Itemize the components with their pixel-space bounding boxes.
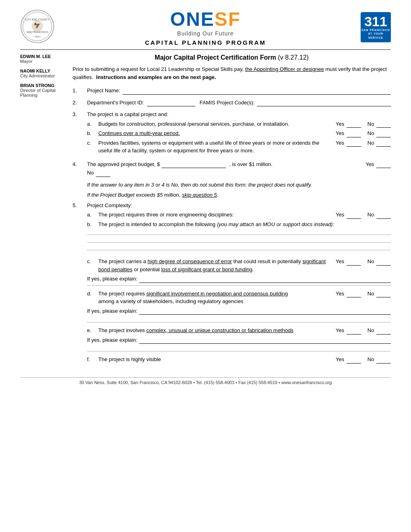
sf-seal: CITY AND COUNTY SAN FRANCISCO SEAL 🦅 • 1… [20,9,56,45]
q3c: c. Provides facilities, systems or equip… [87,139,391,155]
q2-famis-field[interactable] [257,101,391,106]
q5b-line1[interactable] [87,235,391,235]
q5c-yes-label: Yes [336,258,361,266]
q2-dept-field[interactable] [147,101,195,106]
q3c-no-blank[interactable] [376,146,391,147]
q5c-explain-field[interactable] [139,277,391,283]
q5-body: Project Complexity: a. The project requi… [87,202,391,365]
q5e-underline: complex, unusual or unique construction … [146,327,293,333]
sidebar-person2: NAOMI KELLY City Administrator [20,69,68,78]
q3b-yes-blank[interactable] [347,137,361,137]
q5a-letter: a. [87,211,98,219]
q5-label: Project Complexity: [87,202,391,210]
q4-no-blank[interactable] [96,177,110,177]
q5-number: 5. [73,202,87,208]
q2-famis-label: FAMIS Project Code(s): [199,99,255,107]
q5c-yn: Yes No [332,258,391,266]
q3b-letter: b. [87,129,98,137]
q3c-letter: c. [87,139,98,147]
q5e-yn: Yes No [332,326,391,335]
q5e-no-blank[interactable] [376,334,391,335]
q5c-no-blank[interactable] [376,265,391,266]
footer: 30 Van Ness, Suite 4100, San Francisco, … [20,377,391,385]
q5c-no-label: No [367,258,391,266]
q5f-no-label: No [367,355,391,364]
q5b-letter: b. [87,220,98,229]
q2-number: 2. [73,99,87,106]
q5c-underline3: loss of significant grant or bond fundin… [161,266,252,272]
q3a-no-blank[interactable] [376,127,391,128]
svg-text:• 1850 •: • 1850 • [33,35,41,38]
question-2: 2. Department's Project ID: FAMIS Projec… [73,99,391,107]
q2-dept: Department's Project ID: [87,99,195,107]
italic-note1: If the answer to any item in 3 or 4 is N… [87,181,391,189]
intro-bold: Instructions and examples are on the nex… [96,74,216,80]
q5f-text: The project is highly visible [98,355,332,364]
q3b-no-label: No [367,129,391,137]
q5d-yes-blank[interactable] [347,297,361,297]
q3b-text: Continues over a multi-year period. [98,129,332,137]
q5b-lines [87,235,391,250]
q5d-yes-label: Yes [336,290,361,298]
q5d-letter: d. [87,290,98,298]
q4-field[interactable] [162,168,226,168]
onesf-sub: Building Our Future [177,30,234,37]
form-title: Major Capital Project Certification Form… [73,54,391,61]
q4-label: The approved project budget, $ [87,160,160,168]
page: CITY AND COUNTY SAN FRANCISCO SEAL 🦅 • 1… [0,0,411,532]
q5e-no-label: No [367,326,391,335]
q4-number: 4. [73,160,87,167]
q5e-yes-label: Yes [336,326,361,335]
q4-yes: Yes [365,160,391,168]
q5c-explain: If yes, please explain: [87,275,391,283]
q5f: f. The project is highly visible Yes No [87,355,391,364]
q5d-explain-field[interactable] [139,309,391,315]
form-version: (v 8.27.12) [278,54,309,61]
q5f-no-blank[interactable] [376,363,391,364]
q3c-yes-blank[interactable] [347,146,361,147]
q4-no: No [87,170,110,176]
question-5: 5. Project Complexity: a. The project re… [73,202,391,365]
q3a-yes-blank[interactable] [347,127,361,128]
program-title: CAPITAL PLANNING PROGRAM [56,39,355,46]
q5b-paren: (you may attach an MOU or support docs i… [217,221,333,227]
q5e-write-line [87,351,391,351]
q5e-yes-blank[interactable] [347,334,361,335]
q5d-no-blank[interactable] [376,297,391,297]
q4-yes-blank[interactable] [376,168,391,168]
badge-311-container: 311 SAN FRANCISCOAT YOUR SERVICE [355,12,391,42]
q3c-yn: Yes No [332,139,391,147]
q5a-yes-blank[interactable] [347,218,361,219]
q3-label: The project is a capital project and: [87,110,391,118]
sf-seal-image: CITY AND COUNTY SAN FRANCISCO SEAL 🦅 • 1… [20,9,54,44]
q5a-no-blank[interactable] [376,218,391,219]
person1-title: Mayor [20,59,68,64]
q5b-line2[interactable] [87,242,391,243]
q5c-row: The project carries a high degree of con… [98,258,391,273]
onesf-logo: ONESF Building Our Future [56,8,355,37]
q5f-yes-label: Yes [336,355,361,364]
q3b-no-blank[interactable] [376,137,391,137]
q5c-write-line [87,285,391,286]
q3a-text: Budgets for construction, professional /… [98,120,332,128]
q5f-row: The project is highly visible Yes No [98,355,391,364]
header-divider [20,49,391,50]
q5b-line3[interactable] [87,250,391,250]
q5c-explain-label: If yes, please explain: [87,275,139,283]
q5c-yes-blank[interactable] [347,265,361,266]
onesf-sf: SF [214,8,241,30]
q5f-yes-blank[interactable] [347,363,361,364]
q1-field[interactable] [122,89,391,95]
q5d-text: The project requires significant involve… [98,290,332,305]
q5e-explain-field[interactable] [139,338,391,344]
q3b-yes-label: Yes [336,129,361,137]
q5d-explain-label: If yes, please explain: [87,307,139,315]
q3b: b. Continues over a multi-year period. Y… [87,129,391,137]
footer-text: 30 Van Ness, Suite 4100, San Francisco, … [79,380,332,385]
q5a-yn: Yes No [332,211,391,219]
q5a-no-label: No [367,211,391,219]
q3a: a. Budgets for construction, professiona… [87,120,391,128]
q3a-yn: Yes No [332,120,391,128]
q3b-row: Continues over a multi-year period. Yes … [98,129,391,137]
q5c-letter: c. [87,258,98,266]
